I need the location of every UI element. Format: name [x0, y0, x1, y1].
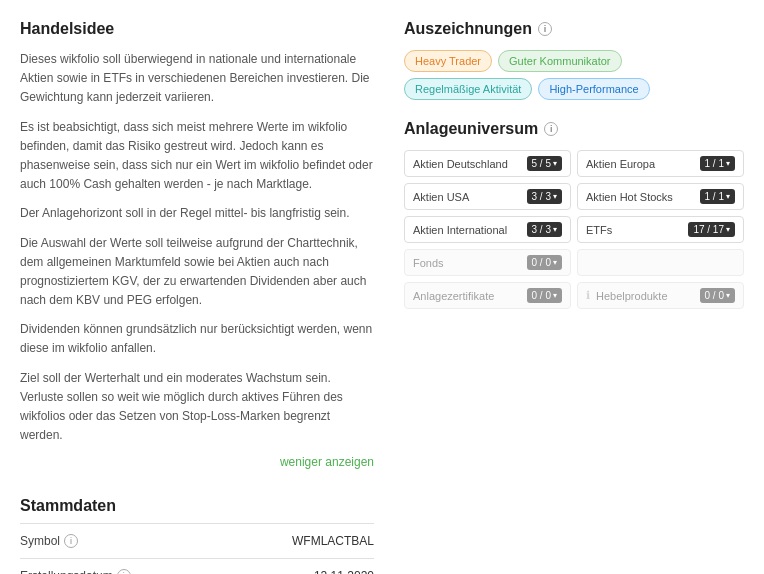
badge-high-performance[interactable]: High-Performance	[538, 78, 649, 100]
chevron-down-icon: ▾	[553, 258, 557, 267]
list-item: ℹ Hebelprodukte 0 / 0 ▾	[577, 282, 744, 309]
aktien-usa-label: Aktien USA	[413, 191, 469, 203]
badge-guter-kommunikator[interactable]: Guter Kommunikator	[498, 50, 621, 72]
anlagezertifikate-label: Anlagezertifikate	[413, 290, 494, 302]
right-column: Auszeichnungen i Heavy Trader Guter Komm…	[404, 20, 744, 574]
hebelprodukte-inner: ℹ Hebelprodukte	[586, 289, 668, 302]
handelsidee-para-2: Es ist beabsichtigt, dass sich meist meh…	[20, 118, 374, 195]
chevron-down-icon: ▾	[726, 192, 730, 201]
chevron-down-icon: ▾	[726, 291, 730, 300]
hebelprodukte-label: Hebelprodukte	[596, 290, 668, 302]
anlageuniversum-title-text: Anlageuniversum	[404, 120, 538, 138]
list-item: Aktien USA 3 / 3 ▾	[404, 183, 571, 210]
list-item: Fonds 0 / 0 ▾	[404, 249, 571, 276]
badges-container: Heavy Trader Guter Kommunikator Regelmäß…	[404, 50, 744, 100]
aktien-usa-badge[interactable]: 3 / 3 ▾	[527, 189, 562, 204]
badge-heavy-trader[interactable]: Heavy Trader	[404, 50, 492, 72]
chevron-down-icon: ▾	[553, 159, 557, 168]
erstellungsdatum-value: 12.11.2020	[314, 569, 374, 574]
stammdaten-title: Stammdaten	[20, 497, 374, 515]
aktien-intl-label: Aktien International	[413, 224, 507, 236]
show-less-button[interactable]: weniger anzeigen	[20, 455, 374, 469]
handelsidee-para-4: Die Auswahl der Werte soll teilweise auf…	[20, 234, 374, 311]
anlage-grid: Aktien Deutschland 5 / 5 ▾ Aktien Europa…	[404, 150, 744, 309]
aktien-de-label: Aktien Deutschland	[413, 158, 508, 170]
fonds-badge: 0 / 0 ▾	[527, 255, 562, 270]
anlageuniversum-info-icon[interactable]: i	[544, 122, 558, 136]
list-item: Aktien Deutschland 5 / 5 ▾	[404, 150, 571, 177]
symbol-info-icon[interactable]: i	[64, 534, 78, 548]
auszeichnungen-title-text: Auszeichnungen	[404, 20, 532, 38]
badge-regelmaessige-aktivitaet[interactable]: Regelmäßige Aktivität	[404, 78, 532, 100]
etfs-badge[interactable]: 17 / 17 ▾	[688, 222, 735, 237]
aktien-eu-badge[interactable]: 1 / 1 ▾	[700, 156, 735, 171]
anlagezertifikate-badge: 0 / 0 ▾	[527, 288, 562, 303]
handelsidee-para-3: Der Anlagehorizont soll in der Regel mit…	[20, 204, 374, 223]
handelsidee-para-5: Dividenden können grundsätzlich nur berü…	[20, 320, 374, 358]
list-item	[577, 249, 744, 276]
list-item: Aktien Europa 1 / 1 ▾	[577, 150, 744, 177]
chevron-down-icon: ▾	[553, 291, 557, 300]
auszeichnungen-info-icon[interactable]: i	[538, 22, 552, 36]
handelsidee-para-6: Ziel soll der Werterhalt und ein moderat…	[20, 369, 374, 446]
aktien-hot-badge[interactable]: 1 / 1 ▾	[700, 189, 735, 204]
symbol-label: Symbol i	[20, 534, 78, 548]
table-row: Symbol i WFMLACTBAL	[20, 523, 374, 558]
aktien-hot-label: Aktien Hot Stocks	[586, 191, 673, 203]
auszeichnungen-section: Auszeichnungen i	[404, 20, 744, 38]
etfs-label: ETFs	[586, 224, 612, 236]
chevron-down-icon: ▾	[726, 225, 730, 234]
list-item: Anlagezertifikate 0 / 0 ▾	[404, 282, 571, 309]
erstellungsdatum-label: Erstellungsdatum i	[20, 569, 131, 574]
chevron-down-icon: ▾	[553, 192, 557, 201]
stammdaten-section: Stammdaten Symbol i WFMLACTBAL Erstellun…	[20, 497, 374, 574]
handelsidee-para-1: Dieses wikfolio soll überwiegend in nati…	[20, 50, 374, 108]
left-column: Handelsidee Dieses wikfolio soll überwie…	[20, 20, 374, 574]
fonds-label: Fonds	[413, 257, 444, 269]
erstellungsdatum-info-icon[interactable]: i	[117, 569, 131, 574]
chevron-down-icon: ▾	[553, 225, 557, 234]
hebelprodukte-badge: 0 / 0 ▾	[700, 288, 735, 303]
aktien-de-badge[interactable]: 5 / 5 ▾	[527, 156, 562, 171]
table-row: Erstellungsdatum i 12.11.2020	[20, 558, 374, 574]
anlageuniversum-section: Anlageuniversum i	[404, 120, 744, 138]
aktien-intl-badge[interactable]: 3 / 3 ▾	[527, 222, 562, 237]
list-item: ETFs 17 / 17 ▾	[577, 216, 744, 243]
aktien-eu-label: Aktien Europa	[586, 158, 655, 170]
info-icon: ℹ	[586, 289, 590, 302]
chevron-down-icon: ▾	[726, 159, 730, 168]
list-item: Aktien Hot Stocks 1 / 1 ▾	[577, 183, 744, 210]
handelsidee-title: Handelsidee	[20, 20, 374, 38]
symbol-value: WFMLACTBAL	[292, 534, 374, 548]
list-item: Aktien International 3 / 3 ▾	[404, 216, 571, 243]
